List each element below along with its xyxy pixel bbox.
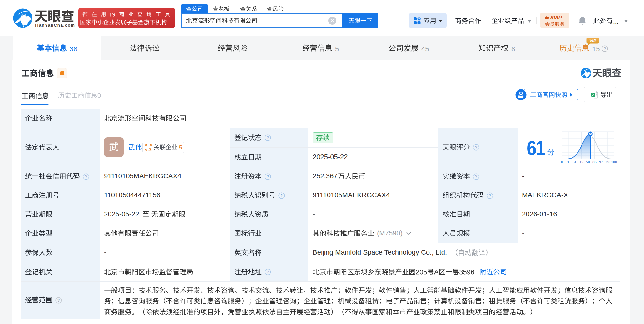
svg-text:100: 100 [611, 160, 617, 164]
svg-text:1: 1 [567, 160, 569, 164]
svg-text:?: ? [489, 193, 491, 198]
svg-text:0: 0 [561, 160, 563, 164]
svg-text:?: ? [475, 174, 477, 179]
svg-text:?: ? [85, 174, 87, 179]
svg-text:85: 85 [592, 160, 596, 164]
svg-text:?: ? [475, 145, 477, 150]
svg-text:3: 3 [574, 160, 576, 164]
svg-text:?: ? [267, 174, 269, 179]
svg-text:?: ? [267, 135, 269, 140]
svg-text:?: ? [267, 270, 269, 274]
svg-text:99: 99 [606, 160, 609, 164]
svg-text:15: 15 [579, 160, 583, 164]
svg-text:?: ? [280, 193, 283, 198]
svg-text:?: ? [604, 46, 606, 51]
svg-text:50: 50 [586, 160, 590, 164]
svg-text:97: 97 [599, 160, 603, 164]
svg-text:VIP: VIP [589, 38, 597, 43]
svg-text:?: ? [57, 298, 60, 303]
